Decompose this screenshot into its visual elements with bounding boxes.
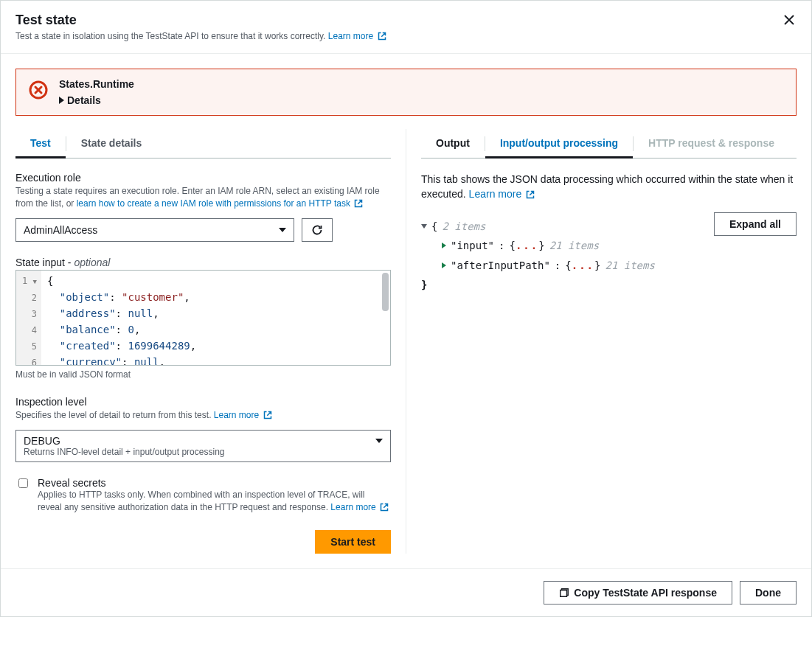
- inspection-level-select[interactable]: DEBUG Returns INFO-level detail + input/…: [15, 430, 391, 462]
- caret-down-icon: [421, 224, 427, 229]
- tab-state-details[interactable]: State details: [66, 130, 156, 158]
- io-learn-more-link[interactable]: Learn more: [469, 188, 535, 200]
- execution-role-select[interactable]: AdminAllAccess: [15, 218, 294, 242]
- inspection-level-help: Specifies the level of detail to return …: [15, 409, 391, 423]
- alert-title: States.Runtime: [59, 78, 134, 90]
- right-tabs: Output Input/output processing HTTP requ…: [421, 129, 797, 158]
- tab-test[interactable]: Test: [15, 130, 66, 158]
- json-viewer: { 2 items "input" : {...} 21 items: [421, 217, 655, 295]
- json-root[interactable]: { 2 items: [421, 217, 655, 237]
- done-button[interactable]: Done: [740, 581, 797, 605]
- start-test-button[interactable]: Start test: [315, 530, 391, 554]
- tab-output[interactable]: Output: [421, 130, 485, 158]
- external-link-icon: [526, 188, 535, 203]
- reveal-learn-more-link[interactable]: Learn more: [330, 502, 389, 512]
- reveal-secrets-help: Applies to HTTP tasks only. When combine…: [38, 489, 391, 516]
- editor-gutter: 1 ▼23456: [16, 271, 41, 365]
- chevron-down-icon: [279, 228, 286, 232]
- tab-http: HTTP request & response: [634, 130, 789, 158]
- caret-right-icon: [442, 262, 446, 268]
- alert-details-toggle[interactable]: Details: [59, 94, 134, 106]
- modal-title: Test state: [15, 13, 386, 28]
- inspection-level-label: Inspection level: [15, 396, 391, 408]
- execution-role-help: Testing a state requires an execution ro…: [15, 185, 391, 212]
- external-link-icon: [380, 503, 389, 515]
- editor-code: { "object": "customer", "address": null,…: [41, 271, 390, 365]
- external-link-icon: [378, 32, 386, 43]
- reveal-secrets-label: Reveal secrets: [38, 477, 391, 489]
- error-icon: [28, 80, 49, 102]
- state-input-hint: Must be in valid JSON format: [15, 369, 391, 381]
- modal-header: Test state Test a state in isolation usi…: [1, 1, 811, 54]
- io-tab-description: This tab shows the JSON data processing …: [421, 172, 797, 203]
- external-link-icon: [354, 199, 363, 212]
- caret-right-icon: [59, 97, 64, 104]
- chevron-down-icon: [375, 439, 383, 443]
- execution-role-label: Execution role: [15, 172, 391, 184]
- state-input-editor[interactable]: 1 ▼23456 { "object": "customer", "addres…: [15, 270, 391, 366]
- tab-io-processing[interactable]: Input/output processing: [485, 130, 633, 158]
- refresh-icon: [311, 224, 323, 236]
- copy-response-button[interactable]: Copy TestState API response: [544, 581, 732, 605]
- iam-role-link[interactable]: learn how to create a new IAM role with …: [77, 198, 364, 209]
- header-learn-more-link[interactable]: Learn more: [328, 31, 386, 41]
- left-tabs: Test State details: [15, 129, 391, 158]
- close-button[interactable]: [782, 13, 797, 27]
- refresh-button[interactable]: [302, 218, 333, 242]
- caret-right-icon: [442, 243, 446, 248]
- modal-subtitle: Test a state in isolation using the Test…: [15, 31, 386, 43]
- modal-footer: Copy TestState API response Done: [1, 568, 811, 616]
- reveal-secrets-checkbox[interactable]: [18, 478, 28, 488]
- test-state-modal: Test state Test a state in isolation usi…: [0, 0, 812, 617]
- external-link-icon: [263, 411, 272, 423]
- expand-all-button[interactable]: Expand all: [714, 212, 797, 236]
- copy-icon: [559, 588, 569, 598]
- scrollbar-thumb[interactable]: [382, 273, 389, 311]
- json-input-row[interactable]: "input" : {...} 21 items: [421, 236, 655, 256]
- error-alert: States.Runtime Details: [15, 69, 797, 116]
- inspection-learn-more-link[interactable]: Learn more: [214, 410, 272, 420]
- state-input-label: State input - optional: [15, 257, 391, 268]
- json-after-input-path-row[interactable]: "afterInputPath" : {...} 21 items: [421, 256, 655, 276]
- close-icon: [784, 15, 794, 25]
